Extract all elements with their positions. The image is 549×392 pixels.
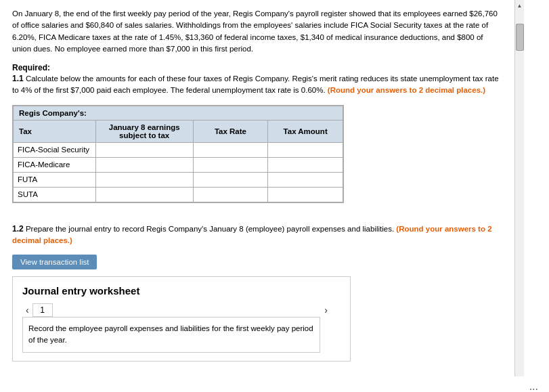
rate-input-fica-med[interactable] xyxy=(194,158,268,172)
earnings-input-suta[interactable] xyxy=(96,188,193,202)
amount-input-fica-ss[interactable] xyxy=(268,143,343,157)
table-row: FICA-Social Security xyxy=(14,142,343,157)
earnings-input-fica-ss[interactable] xyxy=(96,143,193,157)
main-container: On January 8, the end of the first weekl… xyxy=(0,0,549,376)
scrollbar-thumb[interactable] xyxy=(516,24,524,51)
tax-name-fica-ss: FICA-Social Security xyxy=(14,142,96,157)
table-company-header: Regis Company's: xyxy=(14,106,343,120)
col-header-amount: Tax Amount xyxy=(268,120,343,142)
journal-nav-left[interactable]: ‹ xyxy=(22,303,32,317)
rate-cell-fica-ss[interactable] xyxy=(193,142,268,157)
table-row: FUTA xyxy=(14,172,343,187)
amount-cell-futa[interactable] xyxy=(268,172,343,187)
journal-worksheet: Journal entry worksheet ‹ 1 › Record the… xyxy=(12,276,351,362)
rate-input-futa[interactable] xyxy=(194,173,268,187)
tax-name-fica-med: FICA-Medicare xyxy=(14,157,96,172)
amount-cell-fica-med[interactable] xyxy=(268,157,343,172)
earnings-input-futa[interactable] xyxy=(96,173,193,187)
amount-cell-fica-ss[interactable] xyxy=(268,142,343,157)
earnings-cell-futa[interactable] xyxy=(95,172,193,187)
bottom-dots-text: ... xyxy=(529,380,538,393)
journal-nav: ‹ 1 › xyxy=(22,303,334,317)
required-label: Required: xyxy=(12,63,502,72)
content-area: On January 8, the end of the first weekl… xyxy=(0,0,514,376)
earnings-cell-fica-med[interactable] xyxy=(95,157,193,172)
tax-name-suta: SUTA xyxy=(14,187,96,202)
table-row: SUTA xyxy=(14,187,343,202)
section-1-1-bold: (Round your answers to 2 decimal places.… xyxy=(328,86,485,94)
scrollbar-up-arrow[interactable]: ▲ xyxy=(516,1,524,10)
earnings-cell-fica-ss[interactable] xyxy=(95,142,193,157)
journal-nav-right[interactable]: › xyxy=(321,303,331,317)
intro-paragraph: On January 8, the end of the first weekl… xyxy=(12,8,502,55)
tax-table: Regis Company's: Tax January 8 earningss… xyxy=(13,106,343,202)
rate-cell-fica-med[interactable] xyxy=(193,157,268,172)
bottom-dots: ... xyxy=(0,376,549,393)
rate-input-suta[interactable] xyxy=(194,188,268,202)
rate-input-fica-ss[interactable] xyxy=(194,143,268,157)
amount-input-futa[interactable] xyxy=(268,173,343,187)
amount-cell-suta[interactable] xyxy=(268,187,343,202)
rate-cell-suta[interactable] xyxy=(193,187,268,202)
view-transaction-button[interactable]: View transaction list xyxy=(12,255,97,269)
journal-worksheet-title: Journal entry worksheet xyxy=(22,285,341,297)
required-section: Required: 1.1 Calculate below the amount… xyxy=(12,63,502,362)
col-header-rate: Tax Rate xyxy=(193,120,268,142)
earnings-cell-suta[interactable] xyxy=(95,187,193,202)
rate-cell-futa[interactable] xyxy=(193,172,268,187)
section-1-2-title: 1.2 xyxy=(12,224,24,234)
section-1-2-text: 1.2 Prepare the journal entry to record … xyxy=(12,223,502,247)
section-1-1-text: 1.1 Calculate below the amounts for each… xyxy=(12,72,502,97)
journal-page-indicator: 1 xyxy=(32,303,53,317)
amount-input-suta[interactable] xyxy=(268,188,343,202)
scrollbar: ▲ xyxy=(514,0,524,376)
section-1-1-title: 1.1 xyxy=(12,74,24,83)
tax-table-container: Regis Company's: Tax January 8 earningss… xyxy=(12,105,344,203)
col-header-earnings: January 8 earningssubject to tax xyxy=(95,120,193,142)
tax-name-futa: FUTA xyxy=(14,172,96,187)
earnings-input-fica-med[interactable] xyxy=(96,158,193,172)
col-header-tax: Tax xyxy=(14,120,96,142)
amount-input-fica-med[interactable] xyxy=(268,158,343,172)
table-row: FICA-Medicare xyxy=(14,157,343,172)
section-1-2-body: Prepare the journal entry to record Regi… xyxy=(26,225,396,233)
journal-description: Record the employee payroll expenses and… xyxy=(22,317,320,353)
section-1-2: 1.2 Prepare the journal entry to record … xyxy=(12,223,502,247)
